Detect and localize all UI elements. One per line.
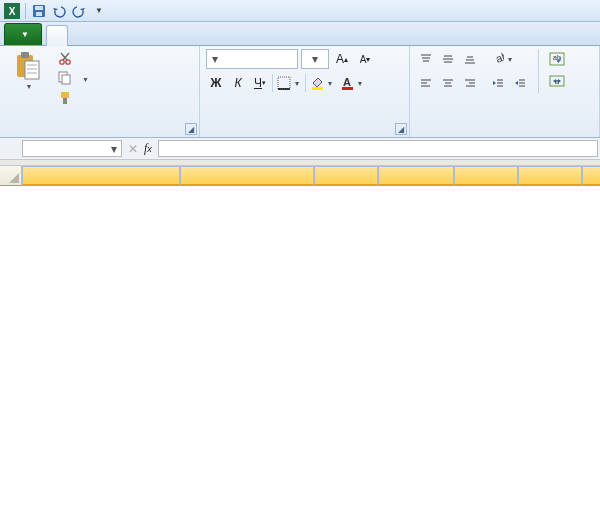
group-font: ▾ ▾ A▴ A▾ Ж К Ч▾ ▾ ▾ A▾ ◢	[200, 46, 410, 137]
svg-point-11	[60, 60, 64, 64]
increase-indent-button[interactable]	[510, 73, 530, 93]
svg-text:ab: ab	[494, 52, 504, 65]
italic-button[interactable]: К	[228, 73, 248, 93]
copy-button[interactable]: ▼	[56, 69, 91, 89]
save-icon[interactable]	[31, 3, 47, 19]
font-name-select[interactable]: ▾	[206, 49, 298, 69]
col-header-B[interactable]	[180, 166, 314, 186]
col-header-A[interactable]	[22, 166, 180, 186]
group-label-font	[206, 134, 403, 136]
copy-icon	[58, 71, 74, 87]
svg-text:X: X	[9, 6, 16, 17]
qat-dropdown-icon[interactable]: ▼	[91, 3, 107, 19]
svg-rect-21	[312, 87, 323, 90]
quick-access-toolbar: X ▼	[0, 0, 600, 22]
orientation-button[interactable]: ab▾	[488, 49, 516, 69]
col-header-D[interactable]	[378, 166, 454, 186]
paste-button[interactable]: ▼	[6, 49, 52, 90]
undo-icon[interactable]	[51, 3, 67, 19]
tab-page-layout[interactable]	[90, 24, 112, 45]
col-header-F[interactable]	[518, 166, 582, 186]
merge-center-button[interactable]: a	[547, 71, 570, 91]
formula-bar-row: ▾ ✕ fx	[0, 138, 600, 160]
group-label-clipboard	[6, 134, 193, 136]
wrap-text-button[interactable]: ab	[547, 49, 570, 69]
svg-text:A: A	[343, 76, 351, 88]
svg-text:a: a	[555, 78, 559, 85]
align-top-button[interactable]	[416, 49, 436, 69]
bold-button[interactable]: Ж	[206, 73, 226, 93]
align-bottom-button[interactable]	[460, 49, 480, 69]
format-painter-button[interactable]	[56, 89, 91, 109]
redo-icon[interactable]	[71, 3, 87, 19]
border-button[interactable]: ▾	[275, 73, 303, 93]
wrap-text-icon: ab	[549, 51, 565, 67]
spreadsheet-grid[interactable]	[0, 166, 600, 186]
svg-rect-4	[36, 12, 42, 16]
align-left-button[interactable]	[416, 73, 436, 93]
font-size-select[interactable]: ▾	[301, 49, 329, 69]
bucket-icon	[309, 76, 326, 90]
select-all-corner[interactable]	[0, 166, 22, 186]
scissors-icon	[58, 51, 74, 67]
group-label-alignment	[416, 134, 593, 136]
font-color-icon: A	[339, 76, 356, 90]
tab-review[interactable]	[156, 24, 178, 45]
fx-icon[interactable]: fx	[144, 141, 152, 156]
tab-home[interactable]	[46, 25, 68, 46]
col-header-E[interactable]	[454, 166, 518, 186]
align-center-button[interactable]	[438, 73, 458, 93]
paste-icon	[13, 51, 45, 83]
name-box[interactable]: ▾	[22, 140, 122, 157]
tab-view[interactable]	[178, 24, 200, 45]
border-icon	[276, 76, 293, 90]
svg-rect-3	[35, 6, 43, 10]
col-header-extra[interactable]	[582, 166, 600, 186]
font-color-button[interactable]: A▾	[338, 73, 366, 93]
formula-bar[interactable]	[158, 140, 598, 157]
svg-rect-7	[25, 61, 39, 79]
excel-icon: X	[4, 3, 20, 19]
ribbon-tabs: ▼	[0, 22, 600, 46]
clipboard-launcher-icon[interactable]: ◢	[185, 123, 197, 135]
col-header-C[interactable]	[314, 166, 378, 186]
align-middle-button[interactable]	[438, 49, 458, 69]
cut-button[interactable]	[56, 49, 91, 69]
svg-rect-6	[21, 52, 29, 58]
svg-rect-19	[278, 77, 290, 89]
shrink-font-button[interactable]: A▾	[355, 49, 375, 69]
svg-rect-23	[342, 87, 353, 90]
tab-data[interactable]	[134, 24, 156, 45]
grow-font-button[interactable]: A▴	[332, 49, 352, 69]
svg-rect-18	[63, 98, 67, 104]
font-launcher-icon[interactable]: ◢	[395, 123, 407, 135]
svg-rect-17	[61, 92, 69, 98]
decrease-indent-button[interactable]	[488, 73, 508, 93]
fill-color-button[interactable]: ▾	[308, 73, 336, 93]
group-clipboard: ▼ ▼ ◢	[0, 46, 200, 137]
merge-icon: a	[549, 73, 565, 89]
cancel-formula-icon[interactable]: ✕	[128, 142, 138, 156]
brush-icon	[58, 91, 74, 107]
group-alignment: ab▾ ab a	[410, 46, 600, 137]
orientation-icon: ab	[489, 52, 506, 66]
svg-point-12	[66, 60, 70, 64]
file-tab[interactable]: ▼	[4, 23, 42, 45]
align-right-button[interactable]	[460, 73, 480, 93]
underline-button[interactable]: Ч▾	[250, 73, 270, 93]
svg-rect-16	[62, 75, 70, 84]
tab-insert[interactable]	[68, 24, 90, 45]
tab-formulas[interactable]	[112, 24, 134, 45]
ribbon: ▼ ▼ ◢ ▾	[0, 46, 600, 138]
